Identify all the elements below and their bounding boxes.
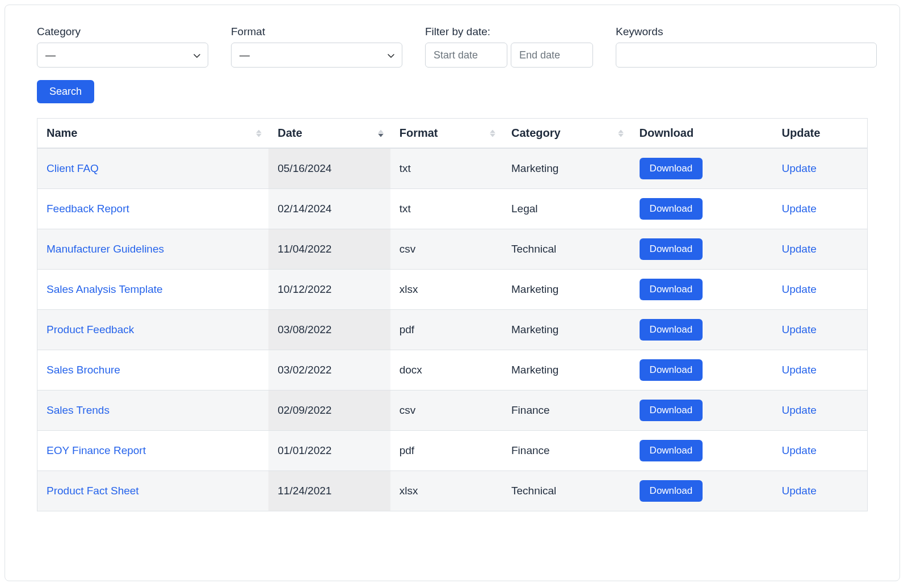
category-label: Category [37, 26, 208, 38]
document-format: csv [390, 229, 502, 270]
document-category: Marketing [502, 350, 630, 390]
start-date-input[interactable] [425, 43, 507, 68]
sort-desc-icon [378, 129, 384, 137]
col-header-format-label: Format [400, 127, 438, 139]
document-format: txt [390, 148, 502, 189]
col-header-date-label: Date [278, 127, 302, 139]
end-date-input[interactable] [511, 43, 593, 68]
keywords-filter: Keywords [616, 26, 877, 68]
download-button[interactable]: Download [640, 319, 703, 341]
search-card: Category — Format — Filt [5, 5, 900, 581]
col-header-update: Update [773, 119, 868, 149]
document-category: Technical [502, 471, 630, 511]
update-link[interactable]: Update [782, 324, 817, 335]
document-format: csv [390, 390, 502, 431]
update-link[interactable]: Update [782, 404, 817, 416]
document-category: Technical [502, 229, 630, 270]
sort-icon [256, 129, 262, 137]
date-filter: Filter by date: [425, 26, 593, 68]
document-date: 11/04/2022 [268, 229, 390, 270]
document-name-link[interactable]: Product Feedback [47, 324, 134, 335]
table-row: Client FAQ05/16/2024txtMarketingDownload… [37, 148, 868, 189]
keywords-label: Keywords [616, 26, 877, 38]
document-date: 11/24/2021 [268, 471, 390, 511]
update-link[interactable]: Update [782, 203, 817, 215]
document-name-link[interactable]: EOY Finance Report [47, 444, 146, 456]
col-header-name-label: Name [47, 127, 77, 139]
document-format: txt [390, 189, 502, 229]
document-date: 02/14/2024 [268, 189, 390, 229]
document-name-link[interactable]: Client FAQ [47, 162, 99, 174]
download-button[interactable]: Download [640, 279, 703, 300]
download-button[interactable]: Download [640, 198, 703, 220]
col-header-name[interactable]: Name [37, 119, 269, 149]
search-button[interactable]: Search [37, 80, 94, 103]
download-button[interactable]: Download [640, 158, 703, 179]
table-row: Sales Trends02/09/2022csvFinanceDownload… [37, 390, 868, 431]
document-name-link[interactable]: Feedback Report [47, 203, 129, 215]
document-category: Legal [502, 189, 630, 229]
sort-icon [490, 129, 495, 137]
document-date: 03/08/2022 [268, 310, 390, 350]
col-header-category[interactable]: Category [502, 119, 630, 149]
document-date: 03/02/2022 [268, 350, 390, 390]
format-label: Format [231, 26, 402, 38]
document-name-link[interactable]: Product Fact Sheet [47, 485, 139, 497]
table-row: EOY Finance Report01/01/2022pdfFinanceDo… [37, 431, 868, 471]
document-category: Finance [502, 431, 630, 471]
document-format: pdf [390, 310, 502, 350]
document-format: xlsx [390, 270, 502, 310]
document-category: Finance [502, 390, 630, 431]
document-date: 02/09/2022 [268, 390, 390, 431]
document-format: xlsx [390, 471, 502, 511]
document-name-link[interactable]: Sales Brochure [47, 364, 120, 376]
document-format: docx [390, 350, 502, 390]
format-filter: Format — [231, 26, 402, 68]
update-link[interactable]: Update [782, 243, 817, 255]
category-filter: Category — [37, 26, 208, 68]
update-link[interactable]: Update [782, 162, 817, 174]
col-header-download: Download [630, 119, 773, 149]
document-name-link[interactable]: Sales Trends [47, 404, 110, 416]
format-select[interactable]: — [231, 43, 402, 68]
document-date: 01/01/2022 [268, 431, 390, 471]
date-filter-label: Filter by date: [425, 26, 593, 38]
col-header-category-label: Category [511, 127, 561, 139]
document-name-link[interactable]: Manufacturer Guidelines [47, 243, 164, 255]
update-link[interactable]: Update [782, 485, 817, 497]
update-link[interactable]: Update [782, 364, 817, 376]
sort-icon [618, 129, 624, 137]
results-table: Name Date Format [37, 118, 868, 511]
table-row: Manufacturer Guidelines11/04/2022csvTech… [37, 229, 868, 270]
category-select[interactable]: — [37, 43, 208, 68]
col-header-format[interactable]: Format [390, 119, 502, 149]
table-row: Sales Analysis Template10/12/2022xlsxMar… [37, 270, 868, 310]
table-row: Product Feedback03/08/2022pdfMarketingDo… [37, 310, 868, 350]
keywords-input[interactable] [616, 43, 877, 68]
download-button[interactable]: Download [640, 359, 703, 381]
table-row: Product Fact Sheet11/24/2021xlsxTechnica… [37, 471, 868, 511]
document-category: Marketing [502, 310, 630, 350]
col-header-date[interactable]: Date [268, 119, 390, 149]
table-row: Feedback Report02/14/2024txtLegalDownloa… [37, 189, 868, 229]
document-category: Marketing [502, 270, 630, 310]
download-button[interactable]: Download [640, 480, 703, 502]
download-button[interactable]: Download [640, 440, 703, 461]
download-button[interactable]: Download [640, 238, 703, 260]
document-date: 05/16/2024 [268, 148, 390, 189]
document-format: pdf [390, 431, 502, 471]
document-name-link[interactable]: Sales Analysis Template [47, 283, 163, 295]
update-link[interactable]: Update [782, 444, 817, 456]
table-row: Sales Brochure03/02/2022docxMarketingDow… [37, 350, 868, 390]
download-button[interactable]: Download [640, 400, 703, 421]
filter-row: Category — Format — Filt [37, 26, 868, 68]
update-link[interactable]: Update [782, 283, 817, 295]
document-category: Marketing [502, 148, 630, 189]
document-date: 10/12/2022 [268, 270, 390, 310]
